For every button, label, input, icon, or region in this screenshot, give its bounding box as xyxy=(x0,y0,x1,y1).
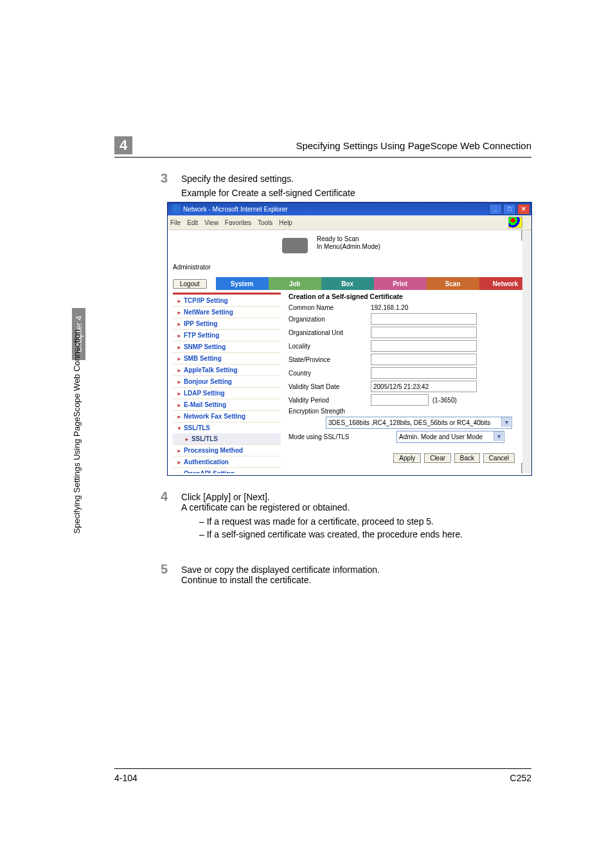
step-text: Save or copy the displayed certificate i… xyxy=(181,565,380,575)
apply-button[interactable]: Apply xyxy=(393,453,421,463)
device-status-line2: In Menu(Admin.Mode) xyxy=(317,243,380,251)
input-state[interactable] xyxy=(371,354,477,365)
label-common-name: Common Name xyxy=(289,304,371,311)
page-content-area: ▴ ▾ Ready to Scan In Menu(Admin.Mode) Ad… xyxy=(168,230,531,473)
clear-button[interactable]: Clear xyxy=(424,453,451,463)
scroll-up-icon[interactable]: ▴ xyxy=(521,230,531,240)
sidebar-item-openapi[interactable]: OpenAPI Setting xyxy=(173,467,281,473)
tab-network[interactable]: Network xyxy=(479,277,531,290)
label-country: Country xyxy=(289,370,371,377)
menu-tools[interactable]: Tools xyxy=(258,219,272,226)
step-number: 3 xyxy=(161,171,181,186)
tab-job[interactable]: Job xyxy=(269,277,321,290)
close-icon[interactable]: ✕ xyxy=(517,204,530,215)
step-number: 4 xyxy=(161,489,181,504)
input-locality[interactable] xyxy=(371,340,477,352)
sidebar-item-ftp[interactable]: FTP Setting xyxy=(173,329,281,341)
value-validity-start: 2005/12/5 21:23:42 xyxy=(371,381,477,392)
input-validity-period[interactable] xyxy=(371,394,429,406)
ie-icon xyxy=(172,204,181,213)
label-mode: Mode using SSL/TLS xyxy=(289,433,371,440)
page-header-title: Specifying Settings Using PageScope Web … xyxy=(296,140,531,151)
value-common-name: 192.168.1.20 xyxy=(371,304,408,311)
footer-model: C252 xyxy=(510,773,531,783)
tab-box[interactable]: Box xyxy=(321,277,374,290)
list-item: If a self-signed certificate was created… xyxy=(199,529,463,539)
sidebar-item-email[interactable]: E-Mail Setting xyxy=(173,399,281,410)
step-text: Click [Apply] or [Next]. xyxy=(181,492,463,502)
label-orgunit: Organizational Unit xyxy=(289,329,371,336)
select-mode[interactable]: Admin. Mode and User Mode xyxy=(396,431,504,443)
label-validity-period: Validity Period xyxy=(289,397,371,404)
window-title: Network - Microsoft Internet Explorer xyxy=(183,206,288,213)
list-item: If a request was made for a certificate,… xyxy=(199,516,463,527)
form-title: Creation of a Self-signed Certificate xyxy=(289,293,517,300)
scroll-down-icon[interactable]: ▾ xyxy=(521,463,531,473)
step-5: 5 Save or copy the displayed certificate… xyxy=(161,562,380,585)
label-encryption: Encryption Strength xyxy=(289,408,371,415)
admin-label: Administrator xyxy=(168,258,522,271)
certificate-form: Creation of a Self-signed Certificate Co… xyxy=(281,293,517,473)
page-header: 4 Specifying Settings Using PageScope We… xyxy=(114,136,531,158)
tab-system[interactable]: System xyxy=(216,277,269,290)
hint-validity-period: (1-3650) xyxy=(432,397,457,404)
window-titlebar: Network - Microsoft Internet Explorer _ … xyxy=(168,203,531,215)
label-validity-start: Validity Start Date xyxy=(289,383,371,390)
sidebar-subitem-ssltls[interactable]: SSL/TLS xyxy=(173,433,281,444)
input-orgunit[interactable] xyxy=(371,327,477,338)
select-encryption[interactable]: 3DES_168bits ,RC4_128bits, DES_56bits or… xyxy=(326,417,512,429)
sidebar-item-snmp[interactable]: SNMP Setting xyxy=(173,341,281,352)
ie-menubar: File Edit View Favorites Tools Help xyxy=(168,215,531,230)
sidebar-item-ssltls[interactable]: SSL/TLS xyxy=(173,422,281,433)
sidebar-item-authentication[interactable]: Authentication xyxy=(173,456,281,467)
menu-file[interactable]: File xyxy=(170,219,181,226)
ie-brand-logo-icon xyxy=(508,217,522,228)
sidebar-item-bonjour[interactable]: Bonjour Setting xyxy=(173,375,281,387)
logout-button[interactable]: Logout xyxy=(173,279,207,289)
back-button[interactable]: Back xyxy=(454,453,480,463)
label-locality: Locality xyxy=(289,343,371,350)
sidebar-item-ldap[interactable]: LDAP Setting xyxy=(173,387,281,399)
device-status-line1: Ready to Scan xyxy=(317,235,380,243)
step-4: 4 Click [Apply] or [Next]. A certificate… xyxy=(161,489,463,542)
step-number: 5 xyxy=(161,562,181,577)
step-subtext: A certificate can be registered or obtai… xyxy=(181,502,463,512)
label-state: State/Province xyxy=(289,356,371,363)
maximize-icon[interactable]: □ xyxy=(503,204,516,215)
step-subtext: Example for Create a self-signed Certifi… xyxy=(181,188,355,198)
page-footer: 4-104 C252 xyxy=(114,768,531,783)
embedded-screenshot: Network - Microsoft Internet Explorer _ … xyxy=(167,202,532,476)
menu-edit[interactable]: Edit xyxy=(187,219,198,226)
sidebar-item-ipp[interactable]: IPP Setting xyxy=(173,318,281,329)
sidebar-item-smb[interactable]: SMB Setting xyxy=(173,352,281,364)
sidebar-item-tcpip[interactable]: TCP/IP Setting xyxy=(173,294,281,306)
input-country[interactable] xyxy=(371,367,477,379)
step-3: 3 Specify the desired settings. Example … xyxy=(161,171,355,198)
sidebar-item-appletalk[interactable]: AppleTalk Setting xyxy=(173,364,281,375)
step-text: Specify the desired settings. xyxy=(181,174,355,184)
sidebar-item-networkfax[interactable]: Network Fax Setting xyxy=(173,410,281,422)
tab-print[interactable]: Print xyxy=(374,277,427,290)
sidebar-item-netware[interactable]: NetWare Setting xyxy=(173,306,281,318)
cancel-button[interactable]: Cancel xyxy=(483,453,515,463)
input-organization[interactable] xyxy=(371,313,477,325)
chapter-number-badge: 4 xyxy=(114,136,132,154)
side-section-title: Specifying Settings Using PageScope Web … xyxy=(72,329,82,534)
menu-view[interactable]: View xyxy=(204,219,218,226)
sidebar-item-processing-method[interactable]: Processing Method xyxy=(173,444,281,456)
printer-icon xyxy=(282,235,313,258)
label-organization: Organization xyxy=(289,316,371,323)
step-subtext: Continue to install the certificate. xyxy=(181,575,380,585)
menu-favorites[interactable]: Favorites xyxy=(225,219,251,226)
side-nav: TCP/IP Setting NetWare Setting IPP Setti… xyxy=(173,293,281,473)
minimize-icon[interactable]: _ xyxy=(489,204,502,215)
menu-help[interactable]: Help xyxy=(279,219,292,226)
tab-scan[interactable]: Scan xyxy=(427,277,479,290)
footer-page: 4-104 xyxy=(114,773,138,783)
